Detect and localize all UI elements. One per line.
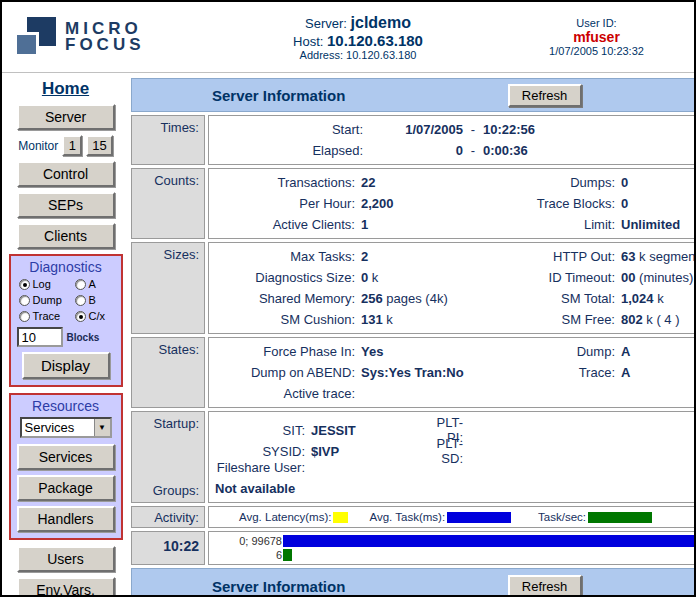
radio-trace[interactable]: Trace xyxy=(19,310,75,322)
refresh-button-bottom[interactable]: Refresh xyxy=(508,575,582,597)
home-link[interactable]: Home xyxy=(42,79,89,99)
seps-button[interactable]: SEPs xyxy=(17,192,115,218)
legend-task-ms: Avg. Task(ms): xyxy=(369,511,511,523)
radio-a[interactable]: A xyxy=(75,278,117,290)
timeline-row2-value: 6 xyxy=(209,549,283,561)
users-button[interactable]: Users xyxy=(17,546,115,572)
microfocus-logo: MICRO FOCUS xyxy=(2,15,197,59)
monitor-1-button[interactable]: 1 xyxy=(62,135,82,156)
envvars-button[interactable]: Env.Vars. xyxy=(17,577,115,597)
refresh-button-top[interactable]: Refresh xyxy=(508,84,582,107)
server-identity: Server: jcldemo Host: 10.120.63.180 Addr… xyxy=(197,14,519,61)
timeline-green-bar xyxy=(283,549,292,561)
resources-select[interactable]: Services ▼ xyxy=(20,417,112,438)
header: MICRO FOCUS Server: jcldemo Host: 10.120… xyxy=(2,2,694,72)
chevron-down-icon[interactable]: ▼ xyxy=(94,419,110,436)
activity-label: Activity: xyxy=(131,506,205,528)
handlers-button[interactable]: Handlers xyxy=(17,506,115,532)
field-value: 0 xyxy=(367,143,463,158)
display-button[interactable]: Display xyxy=(22,352,110,379)
server-name: jcldemo xyxy=(351,14,411,31)
radio-log[interactable]: Log xyxy=(19,278,75,290)
top-title-bar: Server Information Refresh xyxy=(131,78,696,112)
counts-row: Counts: Transactions: 22 Dumps: 0 Per Ho… xyxy=(131,168,696,239)
field-label: Start: xyxy=(209,122,367,137)
groups-value: Not available xyxy=(209,478,696,499)
resources-title: Resources xyxy=(15,398,117,414)
counts-label: Counts: xyxy=(131,168,205,239)
server-label: Server: xyxy=(305,16,347,31)
field-label: Elapsed: xyxy=(209,143,367,158)
radio-trace-icon[interactable] xyxy=(19,311,30,322)
times-label: Times: xyxy=(131,115,205,165)
microfocus-logo-icon xyxy=(12,15,58,59)
resources-select-value: Services xyxy=(22,419,94,436)
host-value: 10.120.63.180 xyxy=(327,32,423,49)
monitor-15-button[interactable]: 15 xyxy=(86,135,112,156)
logo-line2: FOCUS xyxy=(65,37,145,53)
times-row: Times: Start: 1/07/2005 - 10:22:56 Elaps… xyxy=(131,115,696,165)
states-row: States: Force Phase In: Yes Dump: A Dump… xyxy=(131,337,696,408)
clients-button[interactable]: Clients xyxy=(17,223,115,249)
field-value: 0:00:36 xyxy=(481,143,696,158)
states-label: States: xyxy=(131,337,205,408)
sizes-row: Sizes: Max Tasks: 2 HTTP Out: 63 k segme… xyxy=(131,242,696,334)
control-button[interactable]: Control xyxy=(17,161,115,187)
radio-a-icon[interactable] xyxy=(75,279,86,290)
user-id-label: User ID: xyxy=(519,17,674,29)
services-button[interactable]: Services xyxy=(17,444,115,470)
radio-cx[interactable]: C/x xyxy=(75,310,117,322)
timestamp: 1/07/2005 10:23:32 xyxy=(519,45,674,57)
radio-b-icon[interactable] xyxy=(75,295,86,306)
activity-row: Activity: Avg. Latency(ms): Avg. Task(ms… xyxy=(131,506,696,528)
bottom-page-title: Server Information xyxy=(212,578,345,595)
package-button[interactable]: Package xyxy=(17,475,115,501)
radio-log-icon[interactable] xyxy=(19,279,30,290)
legend-latency: Avg. Latency(ms): xyxy=(239,511,348,523)
sidebar: Home Server Monitor 1 15 Control SEPs Cl… xyxy=(2,73,129,597)
timeline-blue-bar xyxy=(283,535,696,547)
address-value: 10.120.63.180 xyxy=(346,49,416,61)
timeline-row1-value: 0; 99678 xyxy=(209,535,283,547)
task-sec-bar xyxy=(588,512,652,523)
legend-task-sec: Task/sec: xyxy=(538,511,652,523)
field-value: 10:22:56 xyxy=(481,122,696,137)
page-title: Server Information xyxy=(212,87,345,104)
microfocus-logo-text: MICRO FOCUS xyxy=(65,21,145,53)
radio-dump[interactable]: Dump xyxy=(19,294,75,306)
bottom-title-bar: Server Information Refresh xyxy=(131,568,696,597)
timeline-time: 10:22 xyxy=(131,531,205,565)
main-panel: Server Information Refresh Times: Start:… xyxy=(129,73,696,597)
host-label: Host: xyxy=(293,34,323,49)
diagnostics-panel: Diagnostics Log A Dump xyxy=(9,254,123,387)
startup-row: Startup: Groups: SIT: JESSIT PLT-PI: SYS… xyxy=(131,411,696,503)
task-ms-bar xyxy=(447,512,511,523)
field-value: 1/07/2005 xyxy=(367,122,463,137)
diagnostics-title: Diagnostics xyxy=(15,259,117,275)
timeline-row: 10:22 0; 99678 6 xyxy=(131,531,696,565)
blocks-input[interactable] xyxy=(17,327,63,347)
latency-bar xyxy=(333,512,348,523)
page: MICRO FOCUS Server: jcldemo Host: 10.120… xyxy=(0,0,696,597)
monitor-label: Monitor xyxy=(18,139,58,153)
radio-cx-icon[interactable] xyxy=(75,311,86,322)
user-id-value: mfuser xyxy=(519,29,674,45)
server-button[interactable]: Server xyxy=(17,104,115,130)
sizes-label: Sizes: xyxy=(131,242,205,334)
groups-label: Groups: xyxy=(132,483,199,498)
radio-dump-icon[interactable] xyxy=(19,295,30,306)
blocks-label: Blocks xyxy=(67,332,100,343)
address-label: Address: xyxy=(300,49,343,61)
user-identity: User ID: mfuser 1/07/2005 10:23:32 xyxy=(519,17,694,57)
resources-panel: Resources Services ▼ Services Package Ha… xyxy=(9,393,123,540)
radio-b[interactable]: B xyxy=(75,294,117,306)
startup-label: Startup: xyxy=(132,416,199,431)
